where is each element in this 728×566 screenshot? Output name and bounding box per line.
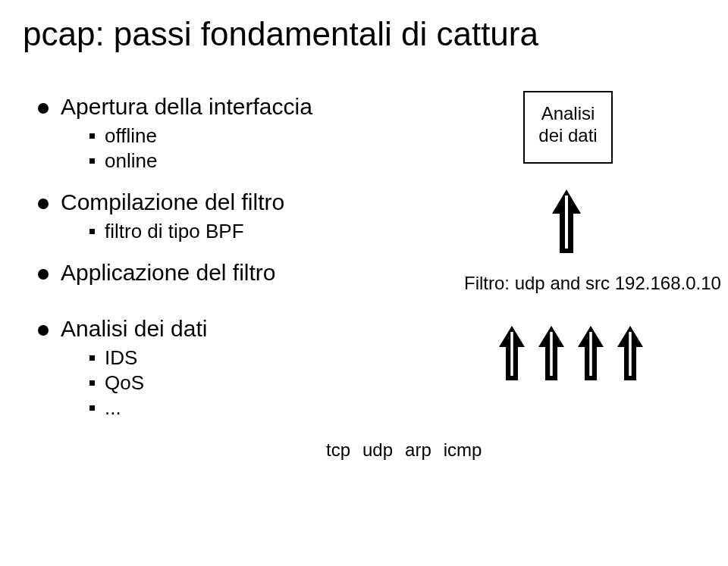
arrow-group <box>499 326 643 383</box>
sub-offline: offline <box>89 124 432 148</box>
sub-list: IDS QoS ... <box>61 346 432 420</box>
bullet-list: Apertura della interfaccia offline onlin… <box>23 94 432 420</box>
proto-icmp: icmp <box>444 439 482 461</box>
left-column: Apertura della interfaccia offline onlin… <box>23 83 432 436</box>
proto-udp: udp <box>362 439 393 461</box>
arrow-up-icon <box>552 189 581 253</box>
sub-list: filtro di tipo BPF <box>61 220 432 243</box>
bullet-text: Compilazione del filtro <box>61 189 284 214</box>
sub-ids: IDS <box>89 346 432 370</box>
proto-arp: arp <box>405 439 431 461</box>
bullet-apertura: Apertura della interfaccia offline onlin… <box>38 94 432 173</box>
content-row: Apertura della interfaccia offline onlin… <box>23 83 705 436</box>
analysis-box: Analisi dei dati <box>523 91 613 164</box>
arrow-up-icon <box>538 326 564 383</box>
sub-list: offline online <box>61 124 432 173</box>
right-column: Analisi dei dati Filtro: udp and src 192… <box>432 83 705 436</box>
slide-title: pcap: passi fondamentali di cattura <box>23 15 705 53</box>
arrow-up-icon <box>499 326 525 383</box>
bullet-text: Analisi dei dati <box>61 316 207 341</box>
box-line1: Analisi <box>525 103 611 125</box>
box-line2: dei dati <box>525 125 611 147</box>
sub-online: online <box>89 149 432 173</box>
bullet-analisi: Analisi dei dati IDS QoS ... <box>38 316 432 420</box>
arrow-up-icon <box>617 326 643 383</box>
sub-bpf: filtro di tipo BPF <box>89 220 432 243</box>
arrow-up-icon <box>578 326 604 383</box>
sub-qos: QoS <box>89 371 432 395</box>
bullet-text: Apertura della interfaccia <box>61 94 312 119</box>
bullet-applicazione: Applicazione del filtro <box>38 260 432 286</box>
proto-tcp: tcp <box>326 439 350 461</box>
filter-label: Filtro: udp and src 192.168.0.10 <box>464 273 721 294</box>
slide: pcap: passi fondamentali di cattura Aper… <box>0 0 728 566</box>
sub-more: ... <box>89 396 432 420</box>
protocol-labels: tcp udp arp icmp <box>326 439 482 461</box>
bullet-compilazione: Compilazione del filtro filtro di tipo B… <box>38 189 432 243</box>
bullet-text: Applicazione del filtro <box>61 260 276 285</box>
